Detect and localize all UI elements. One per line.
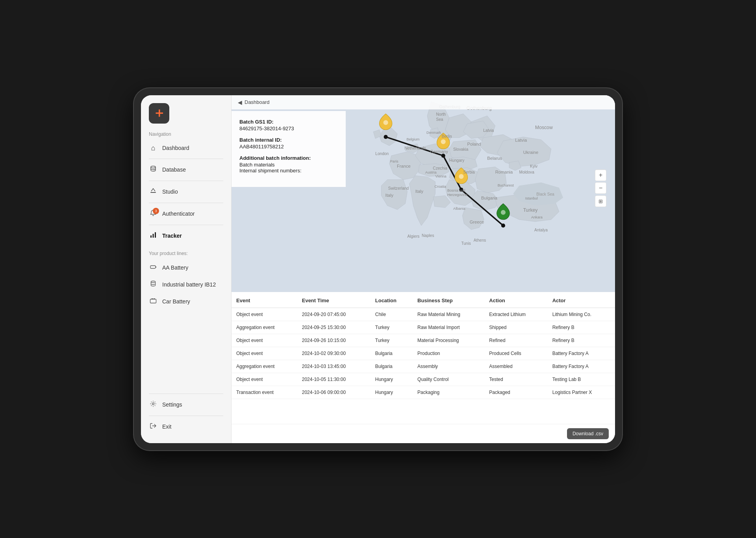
svg-text:Bulgaria: Bulgaria: [481, 196, 498, 200]
table-row: Object event2024-09-26 10:15:00TurkeyMat…: [232, 334, 615, 347]
exit-icon: [149, 422, 158, 431]
cell-step: Assembly: [413, 360, 484, 373]
gs1-value: 84629175-382014-9273: [239, 126, 338, 131]
tracker-icon: [149, 231, 158, 240]
product-lines-label: Your product lines:: [141, 244, 231, 259]
device-frame: ✕ Navigation ⌂ Dashboard Database: [134, 88, 622, 450]
zoom-out-icon: −: [599, 184, 602, 191]
svg-text:Poland: Poland: [467, 142, 481, 146]
cell-step: Raw Material Mining: [413, 308, 484, 321]
sidebar-item-car-battery[interactable]: Car Battery: [141, 293, 231, 310]
cell-time: 2024-10-05 11:30:00: [297, 373, 371, 386]
cell-step: Raw Material Import: [413, 321, 484, 334]
sidebar-item-industrial-battery[interactable]: Industrial battery IB12: [141, 276, 231, 293]
studio-icon: [149, 187, 158, 196]
svg-point-14: [384, 120, 388, 125]
col-location: Location: [371, 292, 413, 308]
cell-actor: Battery Factory A: [548, 347, 615, 360]
breadcrumb-icon: ◀: [238, 99, 242, 105]
cell-event: Object event: [232, 308, 297, 321]
aa-battery-icon: [149, 263, 158, 272]
cell-event: Object event: [232, 347, 297, 360]
svg-rect-5: [150, 266, 156, 268]
svg-text:Moscow: Moscow: [535, 124, 553, 130]
svg-text:Kyiv: Kyiv: [530, 164, 538, 168]
sidebar-item-label: Tracker: [162, 233, 182, 239]
cell-event: Transaction event: [232, 386, 297, 399]
nav-divider-bottom: [149, 394, 223, 394]
svg-text:London: London: [375, 151, 389, 155]
authenticator-badge: 3: [153, 208, 159, 214]
col-event-time: Event Time: [297, 292, 371, 308]
sidebar-item-exit[interactable]: Exit: [141, 418, 231, 435]
cell-location: Bulgaria: [371, 360, 413, 373]
svg-rect-9: [150, 299, 156, 303]
download-csv-button[interactable]: Download .csv: [567, 428, 609, 439]
sidebar-item-authenticator[interactable]: 3 Authenticator: [141, 205, 231, 222]
sidebar-item-label: AA Battery: [162, 264, 188, 271]
breadcrumb-label: Dashboard: [245, 99, 270, 105]
svg-text:Black Sea: Black Sea: [536, 192, 554, 196]
settings-icon: [149, 400, 158, 409]
table-body: Object event2024-09-20 07:45:00ChileRaw …: [232, 308, 615, 399]
svg-text:North: North: [436, 112, 446, 116]
col-business-step: Business Step: [413, 292, 484, 308]
svg-text:Hungary: Hungary: [449, 158, 465, 162]
svg-text:Antalya: Antalya: [534, 228, 548, 232]
sidebar-item-settings[interactable]: Settings: [141, 396, 231, 413]
cell-event: Object event: [232, 373, 297, 386]
events-table: Event Event Time Location Business Step …: [232, 292, 615, 399]
svg-rect-10: [152, 298, 153, 300]
cell-action: Produced Cells: [484, 347, 547, 360]
zoom-in-icon: +: [599, 171, 602, 178]
svg-rect-6: [156, 266, 156, 268]
svg-point-0: [151, 166, 156, 168]
route-dot-1: [384, 135, 388, 139]
zoom-fit-icon: ⊞: [598, 198, 603, 204]
nav-divider-1: [149, 159, 223, 159]
svg-rect-4: [155, 232, 156, 238]
sidebar-item-studio[interactable]: Studio: [141, 183, 231, 200]
sidebar-item-tracker[interactable]: Tracker: [141, 227, 231, 244]
svg-text:Ukraine: Ukraine: [523, 150, 538, 154]
settings-label: Settings: [162, 401, 182, 408]
sidebar-item-label: Database: [162, 166, 186, 173]
route-dot-4: [501, 224, 505, 227]
batch-materials-value: Batch materials: [239, 162, 338, 168]
svg-text:Latvia: Latvia: [515, 138, 527, 142]
internal-shipment-value: Internal shipment numbers:: [239, 168, 338, 174]
svg-text:Moldova: Moldova: [519, 170, 535, 174]
cell-location: Bulgaria: [371, 347, 413, 360]
svg-text:Tunis: Tunis: [461, 241, 471, 245]
svg-text:Croatia: Croatia: [434, 184, 446, 188]
nav-divider-2: [149, 181, 223, 181]
svg-text:Slovakia: Slovakia: [453, 147, 469, 152]
home-icon: ⌂: [149, 144, 158, 152]
svg-text:Albania: Albania: [453, 206, 465, 210]
sidebar-item-aa-battery[interactable]: AA Battery: [141, 259, 231, 276]
svg-text:Vienna: Vienna: [435, 174, 447, 178]
cell-step: Quality Control: [413, 373, 484, 386]
svg-point-12: [152, 403, 154, 405]
cell-step: Production: [413, 347, 484, 360]
svg-text:Athens: Athens: [474, 238, 486, 242]
svg-text:Netherlands: Netherlands: [404, 146, 426, 150]
sidebar-item-database[interactable]: Database: [141, 161, 231, 178]
svg-text:Serbia: Serbia: [463, 170, 475, 174]
nav-divider-3: [149, 203, 223, 203]
internal-id-value: AAB480119758212: [239, 144, 338, 150]
col-action: Action: [484, 292, 547, 308]
cell-location: Turkey: [371, 334, 413, 347]
nav-divider-exit: [149, 416, 223, 416]
svg-text:Naples: Naples: [422, 233, 434, 237]
gs1-label: Batch GS1 ID:: [239, 119, 338, 125]
industrial-battery-icon: [149, 280, 158, 289]
app-logo[interactable]: ✕: [149, 103, 169, 124]
sidebar-item-dashboard[interactable]: ⌂ Dashboard: [141, 140, 231, 156]
sidebar: ✕ Navigation ⌂ Dashboard Database: [141, 95, 232, 443]
breadcrumb-bar: ◀ Dashboard: [232, 95, 615, 109]
internal-id-row: Batch internal ID: AAB480119758212: [239, 137, 338, 150]
svg-text:Algiers: Algiers: [407, 234, 419, 238]
svg-text:Italy: Italy: [415, 189, 424, 193]
col-event: Event: [232, 292, 297, 308]
